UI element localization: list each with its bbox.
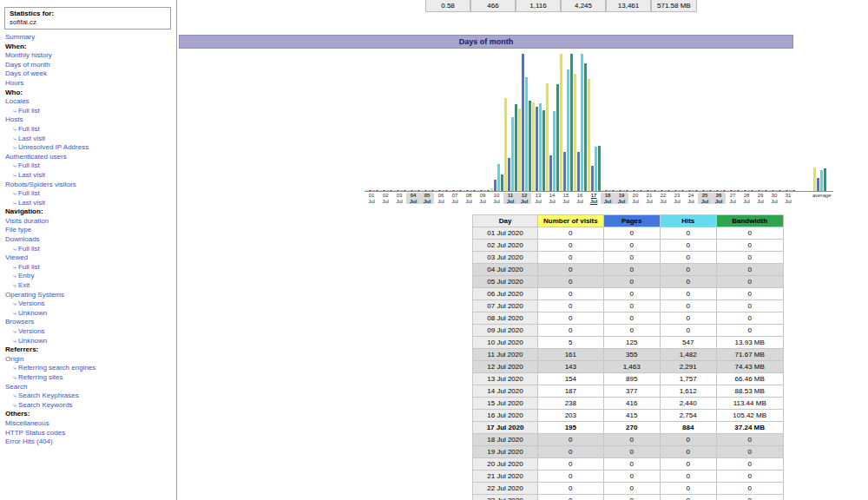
bandwidth-cell: 71.67 MB	[716, 349, 783, 361]
sidebar-item-full-list[interactable]: ⤷Full list	[5, 245, 176, 254]
sidebar-item-search-keywords[interactable]: ⤷Search Keywords	[5, 401, 176, 411]
chart-bar-pages	[563, 152, 566, 191]
sidebar-item-referring-sites[interactable]: ⤷Referring sites	[5, 373, 176, 383]
chart-bar-hits	[470, 190, 472, 191]
sidebar-item-search-keyphrases[interactable]: ⤷Search Keyphrases	[5, 391, 176, 401]
sidebar-item-summary[interactable]: Summary	[5, 33, 176, 43]
sidebar-item-authenticated-users[interactable]: Authenticated users	[5, 153, 176, 162]
sidebar-item-entry[interactable]: ⤷Entry	[5, 272, 176, 281]
chart-day-group	[365, 190, 378, 191]
day-cell: 06 Jul 2020	[473, 288, 538, 300]
chart-day-group	[670, 190, 684, 191]
sidebar-section-header: Who:	[5, 89, 176, 98]
chart-bar-hits	[414, 190, 417, 191]
chart-x-label: 14Jul	[545, 193, 559, 204]
sidebar-item-unknown[interactable]: ⤷Unknown	[5, 309, 176, 319]
sidebar-item-versions[interactable]: ⤷Versions	[5, 299, 176, 309]
sidebar-item-hosts[interactable]: Hosts	[5, 115, 176, 125]
table-row: 18 Jul 20200000	[473, 434, 784, 446]
visits-cell: 0	[538, 483, 604, 495]
sidebar-item-error-hits-404-[interactable]: Error Hits (404)	[5, 438, 176, 447]
chart-x-label: 17Jul	[587, 193, 601, 204]
visits-cell: 0	[538, 288, 604, 300]
chart-x-label: 23Jul	[670, 193, 684, 204]
sidebar-item-robots-spiders-visitors[interactable]: Robots/Spiders visitors	[5, 181, 176, 190]
pages-cell: 0	[603, 458, 660, 470]
sidebar-item-miscellaneous[interactable]: Miscellaneous	[5, 419, 176, 429]
pages-cell: 355	[603, 349, 660, 361]
sidebar-item-hours[interactable]: Hours	[5, 79, 176, 89]
sidebar-item-origin[interactable]: Origin	[5, 355, 176, 365]
chart-bar-hits	[400, 190, 403, 191]
sidebar-item-unresolved-ip-address[interactable]: ⤷Unresolved IP Address	[5, 143, 176, 153]
pages-cell: 0	[603, 470, 660, 483]
sidebar-item-days-of-week[interactable]: Days of week	[5, 69, 176, 79]
sidebar-item-days-of-month[interactable]: Days of month	[5, 61, 176, 70]
sidebar-item-full-list[interactable]: ⤷Full list	[5, 125, 176, 135]
hits-cell: 0	[660, 252, 716, 264]
chart-day-group	[615, 190, 628, 191]
bandwidth-cell: 0	[716, 252, 783, 264]
chart-day-group	[781, 190, 795, 191]
sub-item-arrow-icon: ⤷	[13, 392, 16, 398]
chart-bar-pages	[591, 166, 594, 191]
sidebar-item-last-visit[interactable]: ⤷Last visit	[5, 135, 176, 144]
sub-item-arrow-icon: ⤷	[13, 273, 16, 279]
day-cell: 18 Jul 2020	[473, 434, 538, 446]
sidebar-item-full-list[interactable]: ⤷Full list	[5, 107, 176, 116]
sidebar-item-full-list[interactable]: ⤷Full list	[5, 161, 176, 171]
chart-bar-hits	[650, 190, 653, 191]
sidebar-item-full-list[interactable]: ⤷Full list	[5, 189, 176, 199]
chart-bar-hits	[820, 170, 823, 191]
sidebar-item-versions[interactable]: ⤷Versions	[5, 327, 176, 337]
bandwidth-cell: 74.43 MB	[716, 361, 783, 373]
chart-bar-number-of-visits	[463, 190, 465, 191]
bandwidth-cell: 0	[716, 240, 783, 252]
chart-day-group	[753, 190, 767, 191]
sidebar-item-browsers[interactable]: Browsers	[5, 318, 176, 327]
chart-bar-number-of-visits	[407, 190, 410, 191]
chart-bar-hits	[442, 190, 444, 191]
chart-bar-pages	[549, 155, 552, 191]
chart-day-group	[573, 54, 587, 191]
chart-day-group	[698, 190, 712, 191]
sidebar-item-http-status-codes[interactable]: HTTP Status codes	[5, 429, 176, 438]
sub-item-arrow-icon: ⤷	[13, 365, 16, 371]
table-row: 07 Jul 20200000	[473, 300, 784, 312]
sidebar-item-unknown[interactable]: ⤷Unknown	[5, 337, 176, 346]
sidebar-section-header: Referrers:	[5, 345, 176, 355]
hits-cell: 0	[660, 434, 716, 446]
chart-day-group	[448, 190, 462, 191]
sidebar-item-downloads[interactable]: Downloads	[5, 235, 176, 245]
visits-cell: 0	[538, 264, 604, 276]
chart-bar-number-of-visits	[615, 190, 618, 191]
sidebar-item-file-type[interactable]: File type	[5, 226, 176, 235]
chart-x-label: 19Jul	[615, 193, 628, 204]
bandwidth-cell: 0	[716, 458, 783, 470]
chart-x-label: 12Jul	[517, 193, 531, 204]
visits-cell: 0	[538, 446, 604, 458]
sidebar-item-search[interactable]: Search	[5, 383, 176, 392]
chart-x-label: 03Jul	[392, 193, 406, 204]
chart-bar-number-of-visits	[435, 190, 437, 191]
visits-cell: 187	[538, 385, 604, 398]
pages-cell: 0	[603, 240, 660, 252]
chart-bar-number-of-visits	[740, 190, 743, 191]
sidebar-item-last-visit[interactable]: ⤷Last visit	[5, 171, 176, 181]
sidebar-item-exit[interactable]: ⤷Exit	[5, 281, 176, 291]
chart-x-label: 31Jul	[781, 193, 795, 204]
chart-x-label: 25Jul	[698, 193, 712, 204]
pages-cell: 415	[603, 410, 660, 422]
pages-cell: 416	[603, 398, 660, 410]
sidebar-item-monthly-history[interactable]: Monthly history	[5, 51, 176, 61]
sidebar-item-locales[interactable]: Locales	[5, 97, 176, 107]
chart-bar-hits	[733, 190, 736, 191]
sidebar-item-full-list[interactable]: ⤷Full list	[5, 263, 176, 273]
sidebar-item-operating-systems[interactable]: Operating Systems	[5, 291, 176, 300]
chart-x-label: 16Jul	[573, 193, 587, 204]
sidebar-item-last-visit[interactable]: ⤷Last visit	[5, 199, 176, 208]
sidebar-item-visits-duration[interactable]: Visits duration	[5, 217, 176, 227]
sidebar-item-viewed[interactable]: Viewed	[5, 253, 176, 263]
sidebar-item-referring-search-engines[interactable]: ⤷Referring search engines	[5, 364, 176, 373]
chart-bar-hits	[789, 190, 792, 191]
